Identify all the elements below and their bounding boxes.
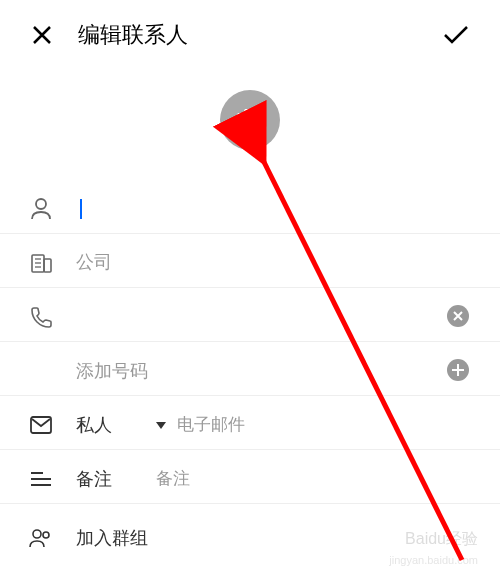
check-icon bbox=[443, 25, 469, 45]
plus-icon bbox=[446, 358, 470, 382]
watermark-sub: jingyan.baidu.com bbox=[389, 554, 478, 566]
notes-icon bbox=[28, 466, 54, 492]
svg-point-14 bbox=[43, 532, 49, 538]
close-icon bbox=[32, 25, 52, 45]
notes-label: 备注 bbox=[76, 467, 156, 491]
add-phone-row[interactable]: 添加号码 bbox=[0, 342, 500, 396]
add-phone-label: 添加号码 bbox=[76, 361, 148, 381]
company-icon bbox=[28, 250, 54, 276]
phone-icon bbox=[28, 304, 54, 330]
phone-field-row bbox=[0, 288, 500, 342]
group-label: 加入群组 bbox=[76, 528, 148, 548]
watermark: Baidu经验 bbox=[405, 529, 478, 550]
notes-field-row: 备注 bbox=[0, 450, 500, 504]
email-icon bbox=[28, 412, 54, 438]
notes-input[interactable] bbox=[156, 469, 472, 489]
close-button[interactable] bbox=[30, 23, 54, 47]
company-input[interactable] bbox=[76, 252, 472, 273]
add-phone-button[interactable] bbox=[446, 358, 472, 384]
email-placeholder[interactable]: 电子邮件 bbox=[177, 415, 245, 434]
company-field-row bbox=[0, 234, 500, 288]
name-field-row bbox=[0, 180, 500, 234]
svg-point-1 bbox=[36, 199, 46, 209]
avatar-button[interactable] bbox=[220, 90, 280, 150]
group-icon bbox=[28, 525, 54, 551]
person-icon bbox=[28, 196, 54, 222]
name-input-wrapper[interactable] bbox=[76, 199, 472, 219]
svg-point-13 bbox=[33, 530, 41, 538]
clear-icon bbox=[446, 304, 470, 328]
email-type-selector[interactable]: 私人 bbox=[76, 413, 156, 437]
text-cursor bbox=[80, 199, 82, 219]
svg-rect-3 bbox=[44, 259, 51, 272]
email-field-row: 私人 电子邮件 bbox=[0, 396, 500, 450]
email-type-label: 私人 bbox=[76, 415, 112, 435]
page-title: 编辑联系人 bbox=[78, 20, 442, 50]
dropdown-icon[interactable] bbox=[156, 422, 166, 429]
camera-icon bbox=[235, 107, 265, 133]
confirm-button[interactable] bbox=[442, 21, 470, 49]
clear-phone-button[interactable] bbox=[446, 304, 472, 330]
svg-point-0 bbox=[244, 115, 256, 127]
